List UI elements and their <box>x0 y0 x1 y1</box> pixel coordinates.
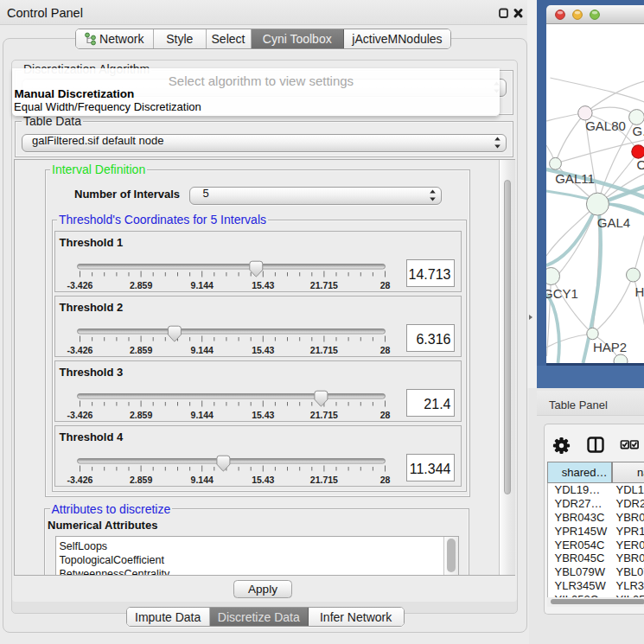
svg-text:9.144: 9.144 <box>190 345 213 355</box>
svg-text:O: O <box>636 157 644 172</box>
svg-text:2.859: 2.859 <box>129 280 151 290</box>
svg-text:2.859: 2.859 <box>129 345 151 355</box>
svg-text:21.715: 21.715 <box>309 280 337 290</box>
svg-text:28: 28 <box>379 280 390 290</box>
svg-text:21.715: 21.715 <box>309 475 337 485</box>
svg-text:GAL11: GAL11 <box>555 171 595 186</box>
svg-text:-3.426: -3.426 <box>67 280 92 290</box>
svg-text:9.144: 9.144 <box>190 280 213 290</box>
svg-text:GCY1: GCY1 <box>546 286 578 301</box>
svg-text:9.144: 9.144 <box>190 475 213 485</box>
svg-text:15.43: 15.43 <box>252 345 274 355</box>
svg-text:28: 28 <box>379 410 390 420</box>
svg-text:2.859: 2.859 <box>129 475 151 485</box>
svg-text:HI: HI <box>634 284 644 299</box>
svg-text:15.43: 15.43 <box>252 475 274 485</box>
svg-text:2.859: 2.859 <box>129 410 151 420</box>
svg-text:21.715: 21.715 <box>309 345 337 355</box>
svg-text:28: 28 <box>379 475 390 485</box>
svg-text:GAL4: GAL4 <box>596 215 629 230</box>
svg-text:-3.426: -3.426 <box>67 410 92 420</box>
svg-text:G.: G. <box>632 124 644 138</box>
svg-text:15.43: 15.43 <box>252 280 274 290</box>
svg-text:-3.426: -3.426 <box>67 345 92 355</box>
svg-text:HAP2: HAP2 <box>592 340 626 354</box>
svg-text:-3.426: -3.426 <box>67 475 92 485</box>
svg-text:21.715: 21.715 <box>309 410 337 420</box>
svg-text:9.144: 9.144 <box>190 410 213 420</box>
svg-text:GAL80: GAL80 <box>585 118 626 133</box>
svg-text:28: 28 <box>379 345 390 355</box>
svg-text:15.43: 15.43 <box>252 410 274 420</box>
